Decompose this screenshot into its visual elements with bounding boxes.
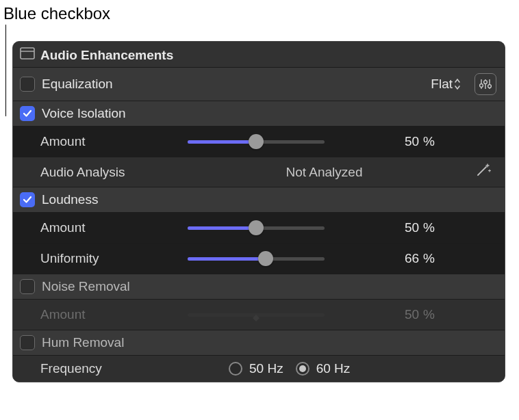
hum-frequency-50hz[interactable]: 50 Hz: [229, 361, 283, 376]
loudness-checkbox[interactable]: [20, 192, 35, 207]
voice-isolation-label: Voice Isolation: [42, 106, 126, 121]
hum-removal-frequency-label: Frequency: [40, 361, 181, 376]
panel-header: Audio Enhancements: [13, 42, 505, 68]
audio-analysis-row: Audio Analysis Not Analyzed: [13, 157, 505, 187]
equalization-label: Equalization: [42, 77, 113, 92]
noise-removal-header: Noise Removal: [13, 274, 505, 300]
panel-icon: [20, 47, 35, 63]
noise-removal-amount-label: Amount: [40, 307, 181, 322]
voice-isolation-amount-slider[interactable]: [188, 132, 325, 151]
loudness-amount-slider[interactable]: [188, 218, 325, 237]
equalization-preset-value: Flat: [431, 77, 453, 92]
radio-label-50hz: 50 Hz: [249, 361, 283, 376]
noise-removal-checkbox[interactable]: [20, 279, 35, 294]
loudness-header: Loudness: [13, 187, 505, 213]
equalization-preset-popup[interactable]: Flat: [428, 75, 464, 93]
voice-isolation-amount-value-field[interactable]: 50 %: [331, 134, 498, 149]
noise-removal-amount-value-field: 50 %: [331, 307, 498, 322]
check-icon: [23, 109, 32, 118]
voice-isolation-checkbox[interactable]: [20, 106, 35, 121]
panel-title: Audio Enhancements: [40, 48, 173, 63]
equalization-row: Equalization Flat: [13, 68, 505, 101]
audio-analysis-value: Not Analyzed: [188, 165, 461, 180]
radio-label-60hz: 60 Hz: [316, 361, 351, 376]
radio-button: [229, 362, 242, 376]
radio-button: [296, 362, 309, 376]
noise-removal-amount-slider: [188, 305, 325, 324]
loudness-label: Loudness: [42, 192, 98, 207]
voice-isolation-amount-label: Amount: [40, 134, 181, 149]
hum-removal-label: Hum Removal: [42, 335, 124, 350]
hum-removal-header: Hum Removal: [13, 330, 505, 356]
check-icon: [23, 195, 32, 205]
wand-icon: [474, 163, 492, 178]
audio-enhancements-panel: Audio Enhancements Equalization Flat Voi…: [12, 41, 505, 382]
loudness-uniformity-slider[interactable]: [188, 249, 325, 268]
analyze-button[interactable]: [468, 163, 498, 181]
loudness-amount-row: Amount 50 %: [13, 213, 505, 244]
svg-point-3: [480, 84, 483, 88]
callout-leader-line: [5, 25, 6, 116]
hum-removal-frequency-options: 50 Hz 60 Hz: [188, 361, 498, 376]
sliders-icon: [479, 77, 492, 91]
loudness-amount-label: Amount: [40, 220, 181, 235]
hum-removal-checkbox[interactable]: [20, 335, 35, 350]
noise-removal-amount-row: Amount 50 %: [13, 300, 505, 330]
hum-removal-frequency-row: Frequency 50 Hz 60 Hz: [13, 356, 505, 382]
hum-frequency-60hz[interactable]: 60 Hz: [296, 361, 351, 376]
callout-label: Blue checkbox: [3, 4, 110, 23]
loudness-uniformity-label: Uniformity: [40, 251, 181, 266]
voice-isolation-header: Voice Isolation: [13, 101, 505, 127]
loudness-uniformity-value-field[interactable]: 66 %: [331, 251, 498, 266]
svg-line-8: [478, 167, 486, 175]
svg-point-5: [484, 81, 488, 84]
svg-point-7: [488, 85, 492, 88]
voice-isolation-amount-row: Amount 50 %: [13, 127, 505, 157]
stepper-icon: [454, 77, 461, 91]
loudness-uniformity-row: Uniformity 66 %: [13, 244, 505, 274]
svg-rect-0: [21, 48, 34, 59]
equalization-editor-button[interactable]: [474, 73, 496, 95]
equalization-checkbox[interactable]: [20, 77, 35, 92]
loudness-amount-value-field[interactable]: 50 %: [331, 220, 498, 235]
noise-removal-label: Noise Removal: [42, 279, 130, 294]
audio-analysis-label: Audio Analysis: [40, 165, 181, 180]
